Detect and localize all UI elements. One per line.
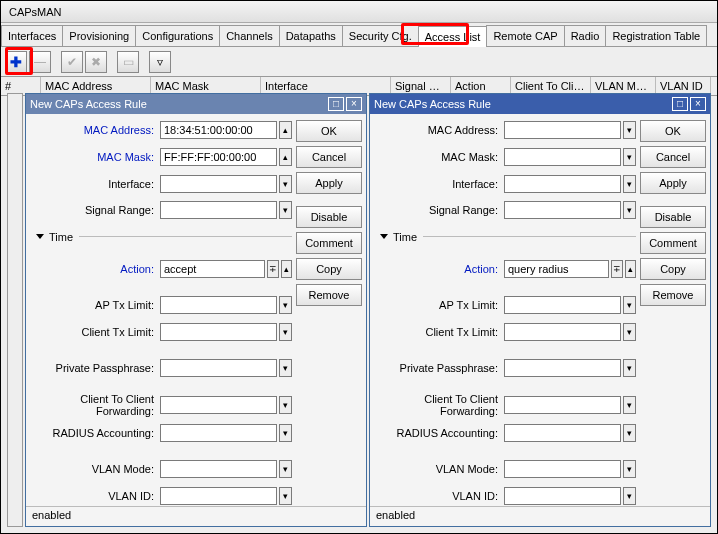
remove-button[interactable]: Remove bbox=[296, 284, 362, 306]
interface-input[interactable] bbox=[504, 175, 621, 193]
collapse-icon[interactable]: ▴ bbox=[281, 260, 292, 278]
mac-address-input[interactable] bbox=[160, 121, 277, 139]
collapse-icon[interactable]: ▴ bbox=[279, 148, 292, 166]
expand-icon[interactable]: ▾ bbox=[623, 148, 636, 166]
mac-mask-input[interactable] bbox=[160, 148, 277, 166]
maximize-icon[interactable]: □ bbox=[328, 97, 344, 111]
copy-button[interactable]: Copy bbox=[296, 258, 362, 280]
dropdown-icon[interactable]: ∓ bbox=[611, 260, 622, 278]
dropdown-icon[interactable]: ∓ bbox=[267, 260, 278, 278]
close-icon[interactable]: × bbox=[346, 97, 362, 111]
passphrase-input[interactable] bbox=[160, 359, 277, 377]
ap-tx-label: AP Tx Limit: bbox=[374, 299, 504, 311]
ap-tx-input[interactable] bbox=[160, 296, 277, 314]
tab-security-cfg-[interactable]: Security Cfg. bbox=[342, 25, 419, 46]
collapse-icon[interactable]: ▴ bbox=[625, 260, 636, 278]
tab-configurations[interactable]: Configurations bbox=[135, 25, 220, 46]
time-section[interactable]: Time bbox=[30, 231, 292, 243]
radius-input[interactable] bbox=[504, 424, 621, 442]
expand-icon[interactable]: ▾ bbox=[623, 359, 636, 377]
vlan-id-input[interactable] bbox=[504, 487, 621, 505]
expand-icon[interactable]: ▾ bbox=[623, 424, 636, 442]
disable-button[interactable]: ✖ bbox=[85, 51, 107, 73]
expand-icon[interactable]: ▾ bbox=[279, 359, 292, 377]
apply-button[interactable]: Apply bbox=[296, 172, 362, 194]
expand-icon[interactable]: ▾ bbox=[623, 460, 636, 478]
ap-tx-input[interactable] bbox=[504, 296, 621, 314]
enable-button[interactable]: ✔ bbox=[61, 51, 83, 73]
maximize-icon[interactable]: □ bbox=[672, 97, 688, 111]
tab-radio[interactable]: Radio bbox=[564, 25, 607, 46]
tab-remote-cap[interactable]: Remote CAP bbox=[486, 25, 564, 46]
expand-icon[interactable]: ▾ bbox=[279, 487, 292, 505]
capsman-window: CAPsMAN InterfacesProvisioningConfigurat… bbox=[0, 0, 718, 534]
expand-icon[interactable]: ▾ bbox=[279, 323, 292, 341]
interface-label: Interface: bbox=[374, 178, 504, 190]
mac-mask-label: MAC Mask: bbox=[30, 151, 160, 163]
mac-address-label: MAC Address: bbox=[374, 124, 504, 136]
action-input[interactable] bbox=[504, 260, 609, 278]
tab-provisioning[interactable]: Provisioning bbox=[62, 25, 136, 46]
expand-icon[interactable]: ▾ bbox=[279, 460, 292, 478]
time-section[interactable]: Time bbox=[374, 231, 636, 243]
expand-icon[interactable]: ▾ bbox=[623, 487, 636, 505]
comment-button[interactable]: Comment bbox=[640, 232, 706, 254]
dialog-title-bar[interactable]: New CAPs Access Rule □ × bbox=[370, 94, 710, 114]
disable-button[interactable]: Disable bbox=[640, 206, 706, 228]
copy-button[interactable]: Copy bbox=[640, 258, 706, 280]
tab-access-list[interactable]: Access List bbox=[418, 26, 488, 47]
expand-icon[interactable]: ▾ bbox=[279, 424, 292, 442]
client-tx-input[interactable] bbox=[160, 323, 277, 341]
row-gutter bbox=[7, 93, 23, 527]
ok-button[interactable]: OK bbox=[640, 120, 706, 142]
cancel-button[interactable]: Cancel bbox=[640, 146, 706, 168]
status-bar: enabled bbox=[26, 506, 366, 526]
expand-icon[interactable]: ▾ bbox=[279, 296, 292, 314]
apply-button[interactable]: Apply bbox=[640, 172, 706, 194]
tab-interfaces[interactable]: Interfaces bbox=[1, 25, 63, 46]
expand-icon[interactable]: ▾ bbox=[623, 296, 636, 314]
expand-icon[interactable]: ▾ bbox=[279, 396, 292, 414]
mac-address-input[interactable] bbox=[504, 121, 621, 139]
mac-mask-input[interactable] bbox=[504, 148, 621, 166]
vlan-mode-input[interactable] bbox=[160, 460, 277, 478]
comment-button[interactable]: Comment bbox=[296, 232, 362, 254]
expand-icon[interactable]: ▾ bbox=[279, 175, 292, 193]
close-icon[interactable]: × bbox=[690, 97, 706, 111]
radius-input[interactable] bbox=[160, 424, 277, 442]
chevron-down-icon bbox=[380, 234, 388, 239]
expand-icon[interactable]: ▾ bbox=[623, 396, 636, 414]
vlan-id-label: VLAN ID: bbox=[374, 490, 504, 502]
dialog-title-bar[interactable]: New CAPs Access Rule □ × bbox=[26, 94, 366, 114]
client-tx-input[interactable] bbox=[504, 323, 621, 341]
expand-icon[interactable]: ▾ bbox=[279, 201, 292, 219]
ctc-input[interactable] bbox=[504, 396, 621, 414]
action-input[interactable] bbox=[160, 260, 265, 278]
time-label: Time bbox=[49, 231, 73, 243]
collapse-icon[interactable]: ▴ bbox=[279, 121, 292, 139]
signal-range-input[interactable] bbox=[504, 201, 621, 219]
add-button[interactable]: ✚ bbox=[5, 51, 27, 73]
expand-icon[interactable]: ▾ bbox=[623, 175, 636, 193]
expand-icon[interactable]: ▾ bbox=[623, 121, 636, 139]
cancel-button[interactable]: Cancel bbox=[296, 146, 362, 168]
remove-button[interactable]: — bbox=[29, 51, 51, 73]
remove-button[interactable]: Remove bbox=[640, 284, 706, 306]
tab-channels[interactable]: Channels bbox=[219, 25, 279, 46]
filter-button[interactable]: ▿ bbox=[149, 51, 171, 73]
action-label: Action: bbox=[374, 263, 504, 275]
interface-input[interactable] bbox=[160, 175, 277, 193]
passphrase-input[interactable] bbox=[504, 359, 621, 377]
tab-registration-table[interactable]: Registration Table bbox=[605, 25, 707, 46]
comment-button[interactable]: ▭ bbox=[117, 51, 139, 73]
vlan-mode-input[interactable] bbox=[504, 460, 621, 478]
tab-datapaths[interactable]: Datapaths bbox=[279, 25, 343, 46]
plus-icon: ✚ bbox=[10, 54, 22, 70]
expand-icon[interactable]: ▾ bbox=[623, 323, 636, 341]
vlan-id-input[interactable] bbox=[160, 487, 277, 505]
signal-range-input[interactable] bbox=[160, 201, 277, 219]
disable-button[interactable]: Disable bbox=[296, 206, 362, 228]
ok-button[interactable]: OK bbox=[296, 120, 362, 142]
expand-icon[interactable]: ▾ bbox=[623, 201, 636, 219]
ctc-input[interactable] bbox=[160, 396, 277, 414]
